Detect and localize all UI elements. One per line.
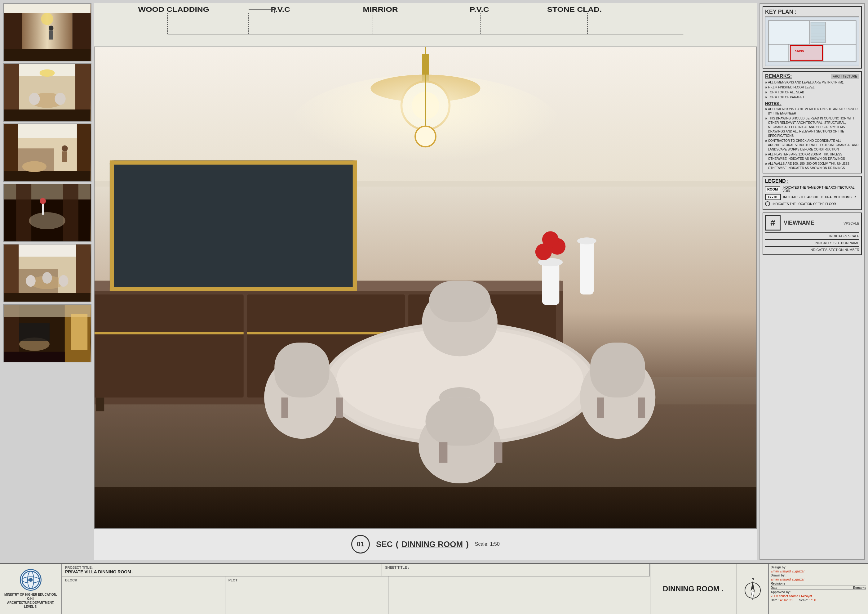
scale-field-label: Scale: bbox=[799, 598, 808, 602]
svg-rect-129 bbox=[580, 239, 594, 294]
scale-group: Scale: 1/ 50 bbox=[799, 598, 816, 602]
svg-rect-5 bbox=[4, 49, 90, 61]
svg-rect-88 bbox=[95, 294, 244, 398]
thumbnail-1[interactable] bbox=[3, 3, 91, 61]
viewname-divider-1 bbox=[765, 232, 859, 233]
svg-point-31 bbox=[29, 212, 65, 229]
date-field-label: Date bbox=[771, 598, 778, 602]
svg-text:OHI: OHI bbox=[28, 578, 34, 582]
project-title-value: PRIVATE VILLA DINNING ROOM . bbox=[65, 569, 378, 574]
svg-rect-32 bbox=[42, 203, 44, 215]
remarks-label: REMARKS: bbox=[765, 73, 792, 79]
svg-rect-116 bbox=[439, 442, 448, 463]
org-logo: OHI bbox=[20, 569, 42, 591]
org-line2: O.H.I bbox=[4, 597, 57, 601]
svg-point-15 bbox=[40, 70, 55, 77]
section-open-paren: ( bbox=[396, 539, 399, 549]
viewname-divider-3 bbox=[765, 246, 859, 247]
thumbnail-3[interactable] bbox=[3, 123, 91, 182]
svg-text:DINING: DINING bbox=[795, 50, 804, 53]
hash-box: # bbox=[765, 215, 781, 230]
svg-text:STONE CLAD.: STONE CLAD. bbox=[547, 6, 602, 13]
thumbnail-5[interactable] bbox=[3, 244, 91, 302]
date-remarks-header: Date Remarks bbox=[771, 586, 866, 590]
main-render bbox=[94, 47, 757, 529]
key-plan-title: KEY PLAN : bbox=[765, 9, 859, 15]
svg-rect-99 bbox=[353, 160, 357, 291]
svg-rect-30 bbox=[63, 184, 78, 241]
thumbnail-4[interactable] bbox=[3, 184, 91, 242]
hash-symbol: # bbox=[770, 218, 775, 228]
notes-title: NOTES : bbox=[765, 101, 859, 106]
svg-point-130 bbox=[577, 237, 597, 244]
date-field-value: 14/ 1/2021 bbox=[778, 598, 793, 602]
remarks-item-3: o TOP = TOP OF ALL SLAB bbox=[765, 90, 859, 95]
viewname-desc-number: INDICATES SECTION NUMBER bbox=[765, 248, 859, 252]
right-panel: KEY PLAN : bbox=[760, 3, 865, 560]
design-by-row: Design by: bbox=[771, 566, 866, 569]
svg-rect-113 bbox=[336, 398, 343, 418]
remarks-item-2-text: F.F.L = FINISHED FLOOR LEVEL bbox=[768, 85, 815, 90]
svg-rect-36 bbox=[4, 244, 19, 302]
section-close-paren: ) bbox=[466, 539, 469, 549]
approved-by-value-row: - DR/ Yousef osama El-khayat bbox=[771, 594, 866, 598]
block-label: BLOCK bbox=[65, 578, 222, 582]
thumb-img-4 bbox=[4, 184, 91, 241]
title-project-section: PROJECT TITLE: PRIVATE VILLA DINNING ROO… bbox=[62, 564, 650, 614]
remarks-item-3-text: TOP = TOP OF ALL SLAB bbox=[768, 90, 804, 95]
svg-rect-51 bbox=[71, 314, 87, 350]
svg-rect-13 bbox=[4, 109, 90, 121]
date-scale-row: Date 14/ 1/2021 Scale: 1/ 50 bbox=[771, 598, 866, 602]
thumbnail-2[interactable] bbox=[3, 63, 91, 121]
legend-item-3: INDICATES THE LOCATION OF THE FLOOR bbox=[765, 201, 859, 206]
revisions-label: Revisions bbox=[771, 582, 785, 585]
north-arrow: N bbox=[743, 577, 762, 601]
svg-rect-112 bbox=[282, 398, 288, 418]
scale-field-value: 1/ 50 bbox=[809, 598, 816, 602]
remarks-item-4-text: TOP = TOP OF PARAPET bbox=[768, 95, 804, 99]
thumb-img-2 bbox=[4, 64, 91, 121]
svg-point-41 bbox=[26, 275, 36, 287]
approved-by-value: - DR/ Yousef osama El-khayat bbox=[771, 594, 812, 598]
sheet-title-large-text: DINNING ROOM . bbox=[657, 581, 730, 596]
section-room-name: DINNING ROOM bbox=[401, 539, 463, 549]
svg-rect-95 bbox=[113, 164, 353, 288]
svg-rect-38 bbox=[4, 293, 90, 302]
svg-point-16 bbox=[29, 93, 40, 105]
project-title-cell: PROJECT TITLE: PRIVATE VILLA DINNING ROO… bbox=[62, 564, 382, 576]
svg-point-6 bbox=[41, 13, 53, 25]
viewname-desc-scale: INDICATES SCALE bbox=[765, 234, 859, 238]
remarks-item-2: o F.F.L = FINISHED FLOOR LEVEL bbox=[765, 85, 859, 90]
legend-item-1-desc: INDICATES THE NAME OF THE ARCHITECTURAL … bbox=[783, 186, 859, 193]
plot-cell: PLOT bbox=[225, 577, 389, 614]
annotation-container: WOOD CLADDING P.V.C MIRRIOR P.V.C STONE … bbox=[94, 3, 757, 47]
svg-rect-22 bbox=[4, 171, 90, 181]
legend-g01-box: G - 01 bbox=[765, 194, 781, 200]
viewname-section: # VIEWNAME VPSCALE INDICATES SCALE INDIC… bbox=[763, 213, 862, 255]
remarks-col-label: Remarks bbox=[853, 586, 866, 589]
notes-item-3-text: CONTRACTOR TO CHECK AND COORDINATE ALL A… bbox=[768, 139, 859, 152]
svg-point-17 bbox=[54, 93, 65, 105]
sheet-title-large: DINNING ROOM . bbox=[650, 564, 737, 614]
legend-item-3-desc: INDICATES THE LOCATION OF THE FLOOR bbox=[772, 202, 836, 206]
notes-item-2: o THIS DRAWING SHOULD BE READ IN CONJUNC… bbox=[765, 117, 859, 138]
architecture-badge: ARCHITECTURE bbox=[831, 74, 859, 79]
drawn-by-row: Drawn by : bbox=[771, 574, 866, 577]
remarks-text: o ALL DIMENSIONS AND LEVELS ARE METRIC I… bbox=[765, 80, 859, 170]
svg-point-128 bbox=[542, 231, 559, 247]
svg-rect-119 bbox=[590, 342, 645, 398]
notes-item-1-text: ALL DIMENSIONS TO BE VERIFIED ON SITE AN… bbox=[768, 107, 859, 116]
date-group: Date 14/ 1/2021 bbox=[771, 598, 793, 602]
drawn-by-value-row: Eman Elsayed ELgazzar bbox=[771, 578, 866, 581]
notes-item-2-text: THIS DRAWING SHOULD BE READ IN CONJUNCTI… bbox=[768, 117, 859, 138]
remarks-title: REMARKS: ARCHITECTURE bbox=[765, 73, 859, 79]
notes-item-5: o ALL WALLS ARE 100, 150 ,200 OR 300MM T… bbox=[765, 162, 859, 170]
sheet-title-label: SHEET TITLE : bbox=[385, 566, 646, 569]
legend-item-2-desc: INDICATES THE ARCHITECTURAL VOID NUMBER bbox=[783, 196, 856, 199]
legend-section: LEGEND : ROOM INDICATES THE NAME OF THE … bbox=[763, 176, 862, 210]
thumbnail-6[interactable] bbox=[3, 304, 91, 362]
title-info-section: Design by: Eman Elsayed ELgazzar Drawn b… bbox=[769, 564, 868, 614]
org-line1: MINISTRY OF HIGHER EDUCATION. bbox=[4, 592, 57, 597]
svg-rect-29 bbox=[16, 184, 31, 241]
svg-text:MIRRIOR: MIRRIOR bbox=[363, 6, 398, 13]
